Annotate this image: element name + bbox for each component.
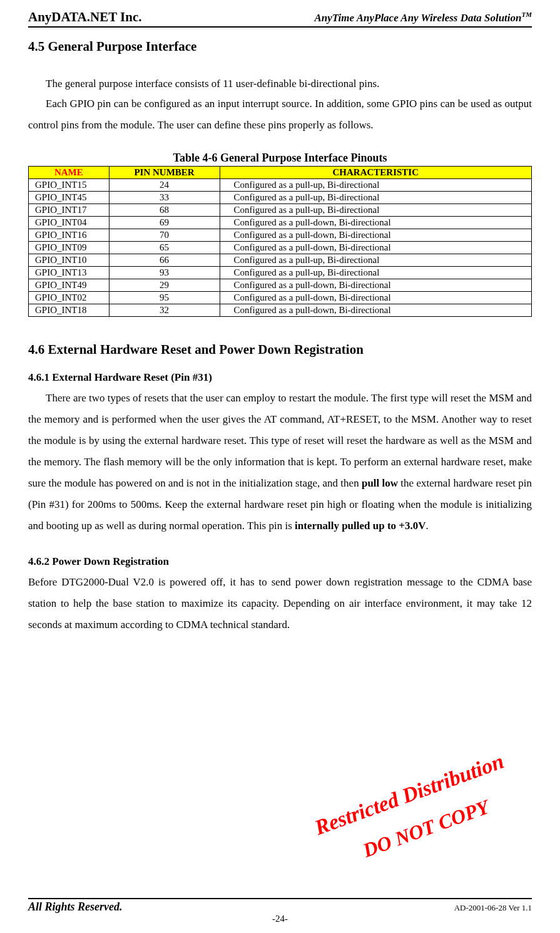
watermark-do-not-copy: DO NOT COPY [360, 795, 492, 862]
table-row: GPIO_INT1524Configured as a pull-up, Bi-… [29, 179, 532, 192]
tagline-text: AnyTime AnyPlace Any Wireless Data Solut… [314, 12, 521, 24]
cell-char: Configured as a pull-down, Bi-directiona… [220, 229, 532, 242]
cell-pin: 68 [109, 204, 220, 217]
table-row: GPIO_INT1393Configured as a pull-up, Bi-… [29, 267, 532, 279]
table-row: GPIO_INT0295Configured as a pull-down, B… [29, 292, 532, 304]
table-row: GPIO_INT1768Configured as a pull-up, Bi-… [29, 204, 532, 217]
footer-rights: All Rights Reserved. [28, 900, 123, 914]
table-row: GPIO_INT4533Configured as a pull-up, Bi-… [29, 192, 532, 204]
cell-char: Configured as a pull-up, Bi-directional [220, 192, 532, 204]
cell-char: Configured as a pull-down, Bi-directiona… [220, 292, 532, 304]
table-4-6: NAME PIN NUMBER CHARACTERISTIC GPIO_INT1… [28, 166, 532, 317]
cell-pin: 32 [109, 304, 220, 317]
cell-pin: 29 [109, 279, 220, 292]
para-text-c: . [426, 520, 429, 532]
section-4-6-2-title: 4.6.2 Power Down Registration [28, 555, 532, 568]
cell-name: GPIO_INT45 [29, 192, 109, 204]
cell-name: GPIO_INT09 [29, 242, 109, 254]
cell-name: GPIO_INT13 [29, 267, 109, 279]
cell-name: GPIO_INT04 [29, 217, 109, 229]
cell-char: Configured as a pull-down, Bi-directiona… [220, 217, 532, 229]
page-header: AnyDATA.NET Inc. AnyTime AnyPlace Any Wi… [28, 9, 532, 28]
table-row: GPIO_INT4929Configured as a pull-down, B… [29, 279, 532, 292]
section-4-5-para-2: Each GPIO pin can be configured as an in… [28, 93, 532, 136]
cell-pin: 95 [109, 292, 220, 304]
watermark-restricted: Restricted Distribution [312, 750, 507, 840]
cell-char: Configured as a pull-up, Bi-directional [220, 179, 532, 192]
tagline-tm: TM [522, 11, 532, 18]
table-row: GPIO_INT1832Configured as a pull-down, B… [29, 304, 532, 317]
cell-name: GPIO_INT02 [29, 292, 109, 304]
tagline: AnyTime AnyPlace Any Wireless Data Solut… [314, 11, 532, 24]
section-4-5-para-1: The general purpose interface consists o… [28, 73, 532, 95]
th-char: CHARACTERISTIC [220, 167, 532, 179]
section-4-6-1-para: There are two types of resets that the u… [28, 388, 532, 537]
company-name: AnyDATA.NET Inc. [28, 9, 141, 25]
para-text-a: There are two types of resets that the u… [28, 392, 532, 489]
cell-name: GPIO_INT18 [29, 304, 109, 317]
cell-pin: 65 [109, 242, 220, 254]
table-row: GPIO_INT1670Configured as a pull-down, B… [29, 229, 532, 242]
section-4-5-para-2-text: Each GPIO pin can be configured as an in… [28, 98, 532, 131]
cell-char: Configured as a pull-down, Bi-directiona… [220, 242, 532, 254]
cell-name: GPIO_INT49 [29, 279, 109, 292]
cell-char: Configured as a pull-up, Bi-directional [220, 267, 532, 279]
section-4-6-title: 4.6 External Hardware Reset and Power Do… [28, 342, 532, 358]
cell-pin: 66 [109, 254, 220, 267]
cell-char: Configured as a pull-up, Bi-directional [220, 254, 532, 267]
table-row: GPIO_INT0965Configured as a pull-down, B… [29, 242, 532, 254]
section-4-6-1-title: 4.6.1 External Hardware Reset (Pin #31) [28, 371, 532, 384]
cell-char: Configured as a pull-down, Bi-directiona… [220, 304, 532, 317]
th-name: NAME [29, 167, 109, 179]
section-4-5-title: 4.5 General Purpose Interface [28, 39, 532, 54]
section-4-6-2-para: Before DTG2000-Dual V2.0 is powered off,… [28, 572, 532, 636]
table-row: GPIO_INT0469Configured as a pull-down, B… [29, 217, 532, 229]
cell-pin: 69 [109, 217, 220, 229]
table-header-row: NAME PIN NUMBER CHARACTERISTIC [29, 167, 532, 179]
cell-pin: 70 [109, 229, 220, 242]
cell-name: GPIO_INT16 [29, 229, 109, 242]
cell-name: GPIO_INT10 [29, 254, 109, 267]
th-pin: PIN NUMBER [109, 167, 220, 179]
cell-char: Configured as a pull-up, Bi-directional [220, 204, 532, 217]
cell-pin: 33 [109, 192, 220, 204]
page-footer: All Rights Reserved. AD-2001-06-28 Ver 1… [28, 898, 532, 924]
bold-pulled-up: internally pulled up to +3.0V [295, 520, 425, 532]
page-number: -24- [28, 914, 532, 924]
footer-version: AD-2001-06-28 Ver 1.1 [454, 903, 532, 913]
table-row: GPIO_INT1066Configured as a pull-up, Bi-… [29, 254, 532, 267]
cell-name: GPIO_INT15 [29, 179, 109, 192]
bold-pull-low: pull low [362, 477, 398, 489]
cell-char: Configured as a pull-down, Bi-directiona… [220, 279, 532, 292]
cell-name: GPIO_INT17 [29, 204, 109, 217]
table-4-6-caption: Table 4-6 General Purpose Interface Pino… [28, 152, 532, 165]
cell-pin: 24 [109, 179, 220, 192]
cell-pin: 93 [109, 267, 220, 279]
